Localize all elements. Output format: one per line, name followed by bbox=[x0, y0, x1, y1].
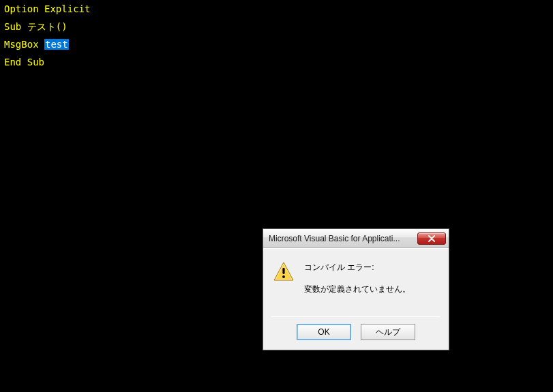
warning-icon bbox=[273, 261, 295, 283]
dialog-title: Microsoft Visual Basic for Applicati... bbox=[269, 234, 417, 243]
keyword-end-sub: End Sub bbox=[4, 57, 44, 67]
keyword-msgbox: MsgBox bbox=[4, 39, 44, 50]
code-line: Option Explicit bbox=[4, 3, 549, 15]
close-button[interactable] bbox=[417, 232, 446, 245]
svg-point-1 bbox=[282, 275, 285, 278]
keyword-option-explicit: Option Explicit bbox=[4, 3, 90, 14]
dialog-body: コンパイル エラー: 変数が定義されていません。 bbox=[263, 248, 449, 316]
code-line: End Sub bbox=[4, 56, 549, 68]
ok-button[interactable]: OK bbox=[297, 324, 351, 340]
dialog-buttons: OK ヘルプ bbox=[263, 317, 449, 350]
sub-name: テスト() bbox=[21, 21, 67, 32]
code-line: MsgBox test bbox=[4, 38, 549, 50]
error-message: 変数が定義されていません。 bbox=[304, 283, 439, 295]
error-type: コンパイル エラー: bbox=[304, 261, 439, 273]
error-dialog: Microsoft Visual Basic for Applicati... … bbox=[263, 228, 449, 350]
dialog-text: コンパイル エラー: 変数が定義されていません。 bbox=[304, 261, 439, 308]
keyword-sub: Sub bbox=[4, 21, 21, 32]
help-button[interactable]: ヘルプ bbox=[361, 324, 415, 340]
close-icon bbox=[428, 235, 436, 242]
highlighted-variable: test bbox=[44, 39, 69, 50]
svg-rect-0 bbox=[282, 268, 284, 274]
code-line: Sub テスト() bbox=[4, 20, 549, 33]
code-editor[interactable]: Option Explicit Sub テスト() MsgBox test En… bbox=[0, 0, 553, 76]
dialog-titlebar[interactable]: Microsoft Visual Basic for Applicati... bbox=[263, 229, 449, 248]
